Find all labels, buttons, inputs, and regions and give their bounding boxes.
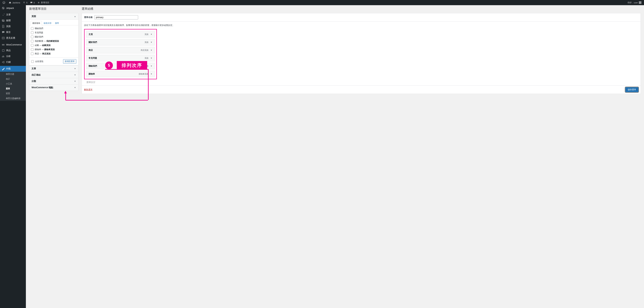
delete-menu-link[interactable]: 刪除選單 bbox=[84, 88, 92, 91]
sidebar-item-label: 意見反應 bbox=[6, 37, 15, 40]
panel: 自訂連結 ▼ bbox=[29, 72, 78, 78]
page-checkbox-row[interactable]: Sample Page bbox=[31, 56, 77, 56]
annotation-arrow-stem bbox=[65, 93, 66, 100]
comments-link[interactable]: 0 bbox=[29, 0, 36, 5]
menu-name-label: 選單名稱 bbox=[84, 16, 92, 19]
menu-item[interactable]: 商店 商店頁面 ▼ bbox=[86, 47, 155, 53]
sidebar-item-feedback[interactable]: 意見反應 bbox=[0, 35, 26, 41]
new-content-link[interactable]: 新增項目 bbox=[36, 0, 50, 5]
panel-header[interactable]: 自訂連結 ▼ bbox=[29, 72, 78, 78]
chevron-down-icon: ▼ bbox=[74, 68, 76, 70]
menu-item-title: 購物車 bbox=[89, 73, 95, 75]
select-all[interactable]: 全部選取 bbox=[31, 60, 44, 63]
page-checkbox-row[interactable]: 我的帳號 — 我的帳號頁面 bbox=[31, 39, 77, 43]
sidebar-item-woo[interactable]: WOO WooCommerce bbox=[0, 42, 26, 48]
submenu-item[interactable]: 佈景主題 bbox=[0, 72, 26, 77]
menu-item[interactable]: 主頁 頁面 ▼ bbox=[86, 31, 155, 38]
sidebar-item-jetpack[interactable]: Jetpack bbox=[0, 5, 26, 11]
sidebar-item-comment[interactable]: 留言 bbox=[0, 29, 26, 35]
submenu-item[interactable]: 自訂 bbox=[0, 77, 26, 81]
sidebar-item-pin[interactable]: 文章 bbox=[0, 12, 26, 18]
panel-header[interactable]: 文章 ▼ bbox=[29, 66, 78, 72]
submenu-item[interactable]: 佈景主題編輯器 bbox=[0, 96, 26, 101]
page-checkbox[interactable] bbox=[31, 53, 34, 55]
wp-logo[interactable] bbox=[1, 0, 8, 5]
menu-item-type: 頁面 bbox=[144, 33, 148, 36]
chevron-up-icon: ▲ bbox=[74, 15, 76, 18]
page-checkbox-row[interactable]: 聯絡我們 bbox=[31, 26, 77, 31]
chevron-down-icon[interactable]: ▼ bbox=[150, 65, 152, 67]
comments-count: 0 bbox=[34, 2, 35, 4]
tab-all[interactable]: 檢視全部 bbox=[42, 21, 53, 26]
svg-text:WOO: WOO bbox=[2, 44, 4, 45]
select-all-checkbox[interactable] bbox=[31, 60, 34, 63]
updates-link[interactable]: 5 bbox=[21, 0, 29, 5]
chevron-down-icon[interactable]: ▼ bbox=[150, 41, 152, 43]
menu-name-input[interactable] bbox=[94, 15, 138, 20]
pin-icon bbox=[2, 13, 5, 16]
pages-list[interactable]: 聯絡我們 常見問題 關於我們 我的帳號 — 我的帳號頁面 結帳 — 結帳頁面 購… bbox=[29, 26, 78, 56]
svg-point-1 bbox=[2, 7, 5, 10]
page-checkbox-row[interactable]: 商店 — 商店頁面 bbox=[31, 52, 77, 56]
site-name: Jacklora bbox=[12, 2, 20, 4]
menu-item[interactable]: 常見問題 頁面 ▼ bbox=[86, 55, 155, 61]
menu-item[interactable]: 關於我們 頁面 ▼ bbox=[86, 39, 155, 46]
menu-item-meta: 商店頁面 ▼ bbox=[141, 49, 152, 52]
page-checkbox[interactable] bbox=[31, 40, 34, 42]
menu-item-meta: 頁面 ▼ bbox=[144, 33, 152, 36]
menu-footer: 刪除選單 儲存選單 bbox=[82, 86, 640, 94]
panel-header[interactable]: 分類 ▼ bbox=[29, 78, 78, 84]
site-link[interactable]: Jacklora bbox=[8, 0, 21, 5]
sidebar-item-analytics[interactable]: 分析 bbox=[0, 53, 26, 59]
refresh-icon bbox=[23, 1, 25, 4]
page-checkbox[interactable] bbox=[31, 27, 34, 30]
woo-icon: WOO bbox=[2, 43, 5, 46]
updates-count: 5 bbox=[26, 2, 27, 4]
save-menu-button[interactable]: 儲存選單 bbox=[626, 87, 638, 92]
chevron-down-icon[interactable]: ▼ bbox=[150, 57, 152, 59]
sidebar-item-media[interactable]: 媒體 bbox=[0, 18, 26, 24]
page-checkbox[interactable] bbox=[31, 44, 34, 47]
appearance-submenu: 佈景主題自訂小工具選單背景佈景主題編輯器 bbox=[0, 72, 26, 101]
page-checkbox[interactable] bbox=[31, 31, 34, 34]
menu-item-type: 頁面 bbox=[144, 57, 148, 60]
annotation: 5 排列次序 bbox=[105, 61, 147, 70]
annotation-label: 排列次序 bbox=[117, 61, 147, 70]
menu-item-title: 商店 bbox=[89, 49, 93, 52]
page-label: 購物車 — 購物車頁面 bbox=[35, 48, 55, 51]
sidebar-item-page[interactable]: 頁面 bbox=[0, 24, 26, 29]
submenu-item[interactable]: 選單 bbox=[0, 86, 26, 91]
chevron-down-icon[interactable]: ▼ bbox=[150, 49, 152, 51]
menu-item[interactable]: 購物車 購物車頁面 ▼ bbox=[86, 71, 155, 77]
submenu-item[interactable]: 背景 bbox=[0, 91, 26, 96]
sidebar-item-product[interactable]: 商品 bbox=[0, 48, 26, 53]
page-checkbox[interactable] bbox=[31, 48, 34, 51]
annotation-line-horizontal bbox=[105, 69, 148, 70]
menu-item-type: 商店頁面 bbox=[141, 49, 148, 52]
page-checkbox-row[interactable]: 結帳 — 結帳頁面 bbox=[31, 43, 77, 48]
page-checkbox-row[interactable]: 購物車 — 購物車頁面 bbox=[31, 48, 77, 52]
menu-item-title: 關於我們 bbox=[89, 41, 97, 44]
user-menu[interactable]: 你好， user bbox=[626, 0, 643, 5]
menu-item-meta: 頁面 ▼ bbox=[144, 41, 152, 44]
add-to-menu-button[interactable]: 新增至選單 bbox=[63, 59, 76, 64]
submenu-item[interactable]: 小工具 bbox=[0, 81, 26, 86]
plus-icon bbox=[37, 1, 40, 4]
menu-item-meta: 購物車頁面 ▼ bbox=[139, 73, 152, 75]
chevron-down-icon[interactable]: ▼ bbox=[150, 33, 152, 36]
page-checkbox[interactable] bbox=[31, 36, 34, 38]
page-checkbox-row[interactable]: 關於我們 bbox=[31, 35, 77, 39]
sidebar-item-marketing[interactable]: 行銷 bbox=[0, 59, 26, 65]
tab-recent[interactable]: 最新發佈 bbox=[30, 21, 42, 26]
user-name: user bbox=[634, 2, 638, 4]
chevron-down-icon[interactable]: ▼ bbox=[150, 73, 152, 75]
wordpress-icon bbox=[2, 1, 5, 4]
pages-panel-title: 頁面 bbox=[32, 15, 36, 18]
menu-settings-heading: 選單設定 bbox=[84, 81, 638, 83]
panel-header[interactable]: WooCommerce 端點 ▼ bbox=[29, 85, 78, 91]
tab-search[interactable]: 搜尋 bbox=[53, 21, 61, 26]
sidebar-item-appearance[interactable]: 外觀 bbox=[0, 66, 26, 72]
page-checkbox-row[interactable]: 常見問題 bbox=[31, 31, 77, 35]
annotation-number: 5 bbox=[105, 62, 113, 69]
pages-panel-header[interactable]: 頁面 ▲ bbox=[29, 13, 78, 20]
